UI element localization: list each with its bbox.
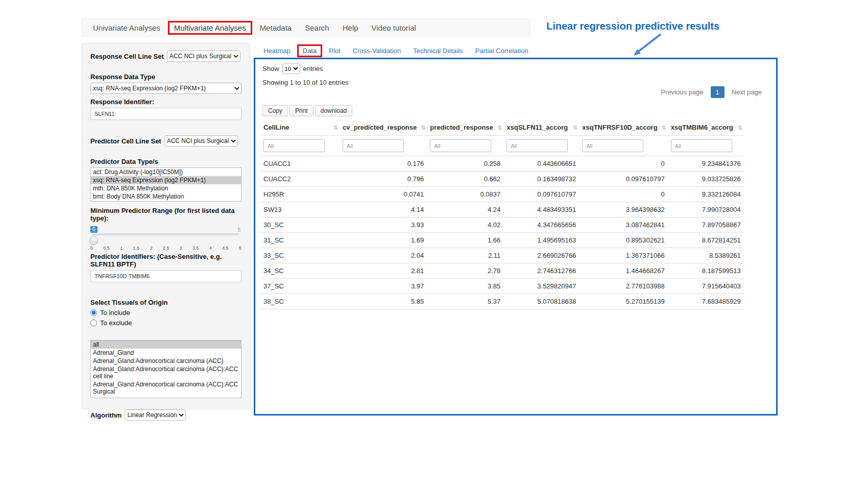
cell-xsqtmbim6-accorg: 9.234841376 xyxy=(668,156,744,172)
tab-technical-details[interactable]: Technical Details xyxy=(407,44,469,57)
cell-cv-predicted-response: 0.0741 xyxy=(340,187,427,202)
print-button[interactable]: Print xyxy=(290,105,314,116)
cell-xsqtmbim6-accorg: 7.990728004 xyxy=(668,202,744,217)
slider-track[interactable] xyxy=(91,233,239,235)
radio-input-to-exclude[interactable] xyxy=(90,320,97,326)
cell-xsqtnfrsf10d-accorg: 0 xyxy=(579,187,667,202)
slider-tick-1: 1 xyxy=(120,246,123,251)
response-data-type-label: Response Data Type xyxy=(90,73,242,81)
cell-predicted-response: 2.78 xyxy=(427,263,503,279)
slider-tick-0-5: 0.5 xyxy=(103,246,110,251)
tissue-option-adrenal-gland-adrenocortical-carcinoma-acc-acc-c[interactable]: Adrenal_Gland:Adrenocortical carcinoma (… xyxy=(91,365,241,380)
cell-predicted-response: 1.66 xyxy=(427,233,503,248)
response-data-type-select[interactable]: xsq: RNA-seq Expression (log2 FPKM+1) xyxy=(90,83,242,94)
response-identifier-label: Response Identifier: xyxy=(90,98,242,106)
entries-count-select[interactable]: 10 xyxy=(282,63,300,74)
tissue-option-adrenal-gland[interactable]: Adrenal_Gland xyxy=(91,349,241,357)
radio-to-include[interactable]: To include xyxy=(90,309,242,316)
radio-input-to-include[interactable] xyxy=(90,309,97,316)
slider-tick-2: 2 xyxy=(150,246,152,251)
slider-tick-5: 5 xyxy=(239,246,242,251)
tab-plot[interactable]: Plot xyxy=(323,44,346,57)
previous-page-button[interactable]: Previous page xyxy=(656,86,708,99)
slider-value-badge: 0 xyxy=(90,226,98,233)
algorithm-select[interactable]: Linear Regression xyxy=(125,409,186,421)
filter-input-cellline[interactable] xyxy=(263,139,325,152)
table-header-row: CellLine⇅cv_predicted_response⇅predicted… xyxy=(260,119,744,136)
nav-item-search[interactable]: Search xyxy=(299,21,335,34)
filter-input-xsqslfn11-accorg[interactable] xyxy=(507,139,568,152)
download-button[interactable]: download xyxy=(315,105,352,116)
cell-xsqslfn11-accorg: 0.163498732 xyxy=(503,172,579,187)
predictor-type-option-mth-dna-850k-methylation[interactable]: mth: DNA 850K Methylation xyxy=(91,184,241,192)
nav-item-metadata[interactable]: Metadata xyxy=(254,21,298,34)
response-identifier-input[interactable] xyxy=(90,108,242,120)
predictor-type-option-act-drug-activity-log10-ic50m[interactable]: act: Drug Activity (-log10[IC50M]) xyxy=(91,168,241,176)
nav-item-video-tutorial[interactable]: Video tutorial xyxy=(366,21,422,34)
cell-cv-predicted-response: 0.796 xyxy=(340,172,427,187)
column-header-xsqslfn11-accorg[interactable]: xsqSLFN11_accorg⇅ xyxy=(503,119,579,136)
tissue-option-all[interactable]: all xyxy=(91,340,241,349)
table-row: 33_SC2.042.112.6690267661.3673710668.538… xyxy=(260,248,744,263)
table-row: H295R0.07410.08370.09761079709.332126084 xyxy=(260,187,744,202)
tissue-option-adrenal-gland-adrenocortical-carcinoma-acc-acc-s[interactable]: Adrenal_Gland:Adrenocortical carcinoma (… xyxy=(91,380,241,396)
predictor-data-types-listbox[interactable]: act: Drug Activity (-log10[IC50M])xsq: R… xyxy=(90,167,242,202)
cell-xsqslfn11-accorg: 4.347665656 xyxy=(503,217,579,233)
tissue-origin-listbox[interactable]: allAdrenal_GlandAdrenal_Gland:Adrenocort… xyxy=(90,340,242,398)
column-label-predicted-response: predicted_response xyxy=(430,124,493,131)
cell-cellline: 30_SC xyxy=(260,217,340,233)
radio-to-exclude[interactable]: To exclude xyxy=(90,319,242,327)
cell-cv-predicted-response: 2.81 xyxy=(340,263,427,279)
response-cell-line-set-select[interactable]: ACC NCI plus Surgical xyxy=(167,51,240,62)
cell-xsqslfn11-accorg: 4.483493351 xyxy=(503,202,579,217)
cell-predicted-response: 3.85 xyxy=(427,279,503,294)
filter-input-cv-predicted-response[interactable] xyxy=(343,139,404,152)
slider-tick-0: 0 xyxy=(90,246,93,251)
predictor-data-types-label: Predictor Data Type/s xyxy=(90,158,242,165)
cell-xsqtnfrsf10d-accorg: 1.367371066 xyxy=(579,248,667,263)
column-header-xsqtnfrsf10d-accorg[interactable]: xsqTNFRSF10D_accorg⇅ xyxy=(579,119,667,136)
predictor-cell-line-set-select[interactable]: ACC NCI plus Surgical xyxy=(164,135,238,147)
predictor-identifiers-input[interactable] xyxy=(90,270,242,282)
filter-input-xsqtnfrsf10d-accorg[interactable] xyxy=(582,139,643,152)
cell-xsqtmbim6-accorg: 8.187599513 xyxy=(668,263,744,279)
nav-item-multivariate-analyses[interactable]: Multivariate Analyses xyxy=(168,21,252,35)
filter-cell-cellline xyxy=(260,136,340,156)
predictor-type-option-xsq-rna-seq-expression-log2-fpkm-1[interactable]: xsq: RNA-seq Expression (log2 FPKM+1) xyxy=(91,176,241,184)
filter-cell-xsqtmbim6-accorg xyxy=(668,136,744,156)
tab-cross-validation[interactable]: Cross-Validation xyxy=(347,44,406,57)
column-header-cv-predicted-response[interactable]: cv_predicted_response⇅ xyxy=(340,119,427,136)
column-label-xsqslfn11-accorg: xsqSLFN11_accorg xyxy=(507,124,568,131)
tissue-option-adrenal-gland-adrenocortical-carcinoma-acc[interactable]: Adrenal_Gland:Adrenocortical carcinoma (… xyxy=(91,357,241,365)
cell-xsqslfn11-accorg: 5.070818638 xyxy=(503,294,579,309)
cell-xsqtnfrsf10d-accorg: 3.087462841 xyxy=(579,217,667,233)
filter-input-xsqtmbim6-accorg[interactable] xyxy=(671,139,732,152)
nav-item-help[interactable]: Help xyxy=(337,21,364,34)
cell-cellline: CUACC2 xyxy=(260,172,340,187)
column-header-xsqtmbim6-accorg[interactable]: xsqTMBIM6_accorg⇅ xyxy=(668,119,744,136)
copy-button[interactable]: Copy xyxy=(262,105,288,116)
current-page-button[interactable]: 1 xyxy=(711,86,725,98)
predictor-type-option-bmt-body-dna-850k-methylation[interactable]: bmt: Body DNA 850K Methylation xyxy=(91,192,241,201)
slider-handle[interactable] xyxy=(89,236,98,245)
cell-xsqslfn11-accorg: 2.669026766 xyxy=(503,248,579,263)
filter-input-predicted-response[interactable] xyxy=(430,139,491,152)
cell-cellline: 31_SC xyxy=(260,233,340,248)
show-entries-control: Show 10 entries xyxy=(262,63,323,74)
column-header-predicted-response[interactable]: predicted_response⇅ xyxy=(427,119,503,136)
tab-heatmap[interactable]: Heatmap xyxy=(258,44,296,57)
cell-predicted-response: 0.0837 xyxy=(427,187,503,202)
nav-item-univariate-analyses[interactable]: Univariate Analyses xyxy=(87,21,166,34)
next-page-button[interactable]: Next page xyxy=(727,86,767,99)
slider-tick-1-5: 1.5 xyxy=(133,246,140,251)
cell-xsqtmbim6-accorg: 9.332126084 xyxy=(668,187,744,202)
export-button-group: CopyPrintdownload xyxy=(262,105,352,116)
tab-data[interactable]: Data xyxy=(297,44,322,57)
sort-icon: ⇅ xyxy=(661,124,666,131)
tab-partial-correlation[interactable]: Partial Correlation xyxy=(470,44,534,57)
sort-icon: ⇅ xyxy=(573,124,577,131)
cell-cv-predicted-response: 1.69 xyxy=(340,233,427,248)
column-header-cellline[interactable]: CellLine⇅ xyxy=(260,119,340,136)
cell-predicted-response: 4.02 xyxy=(427,217,503,233)
table-row: 34_SC2.812.782.7463127661.4646682678.187… xyxy=(260,263,744,279)
